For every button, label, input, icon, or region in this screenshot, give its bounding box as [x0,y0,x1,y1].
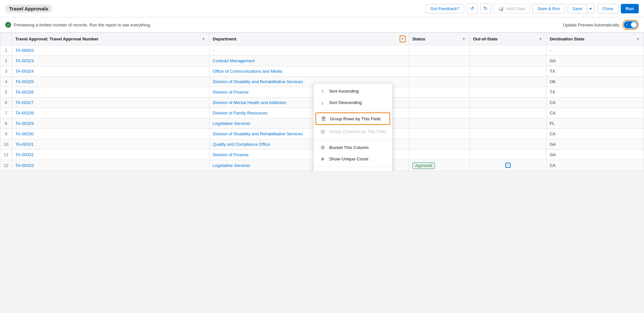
dropdown-divider [314,139,392,140]
update-preview-toggle[interactable]: ✓ [624,21,637,28]
cell-travel-number: TA-00325 [12,77,209,87]
cell-status [409,66,469,77]
save-button[interactable]: Save [568,4,587,13]
col-label-travel-number: Travel Approval: Travel Approval Number [15,37,99,41]
travel-number-link[interactable]: TA-00326 [15,90,34,95]
table-header-row: Travel Approval: Travel Approval Number … [0,33,644,45]
cell-out-of-state [469,66,546,77]
undo-button[interactable]: ↺ [467,3,478,14]
redo-button[interactable]: ↻ [480,3,491,14]
top-bar: Travel Approvals Got Feedback? ↺ ↻ 📊 Add… [0,0,644,17]
cell-status [409,129,469,139]
dropdown-item-bucket[interactable]: ⊙Bucket This Column [314,142,392,153]
cell-out-of-state [469,87,546,97]
travel-number-link[interactable]: TA-00330 [15,131,34,136]
department-link[interactable]: Division of Finance [213,90,249,95]
col-dropdown-department[interactable]: ▾ [400,36,406,42]
department-link[interactable]: Legislative Services [213,121,250,126]
run-button[interactable]: Run [621,4,639,13]
toggle-knob [631,22,637,28]
sort_desc-icon: ↓ [319,100,326,105]
row-num: 5 [0,87,12,97]
col-label-department: Department [213,37,236,41]
cell-travel-number: TA-00323 [12,56,209,66]
travel-number-link[interactable]: TA-00332 [15,152,34,157]
department-link[interactable]: Office of Communications and Media [213,69,282,74]
row-num: 12 [0,160,12,171]
dropdown-item-move_left[interactable]: ←Move Left [314,169,392,171]
feedback-button[interactable]: Got Feedback? [425,4,464,13]
cell-status [409,139,469,150]
dropdown-item-group_rows[interactable]: ☰Group Rows by This Field [315,112,390,125]
department-link[interactable]: Division of Mental Health and Addiction [213,100,286,105]
row-num: 3 [0,66,12,77]
save-caret-button[interactable]: ▾ [587,4,595,13]
update-preview-area: Update Preview Automatically ✓ [563,20,639,30]
department-link[interactable]: Division of Family Resources [213,111,268,115]
row-num: 9 [0,129,12,139]
col-dropdown-destination-state[interactable]: ▾ [636,36,640,42]
travel-number-link[interactable]: TA-00323 [15,58,34,63]
cell-destination-state: - [546,45,644,56]
travel-number-link[interactable]: TA-00327 [15,100,34,105]
cell-destination-state: GA [546,150,644,160]
cell-out-of-state [469,97,546,108]
add-chart-button[interactable]: 📊 Add Chart [494,4,530,13]
col-dropdown-out-of-state[interactable]: ▾ [538,36,543,42]
preview-banner: ✓ Previewing a limited number of records… [0,17,644,33]
group_rows-label: Group Rows by This Field [330,116,380,121]
travel-number-link[interactable]: TA-00325 [15,79,34,84]
travel-number-link[interactable]: TA-00331 [15,142,34,147]
preview-message: Previewing a limited number of records. … [14,22,151,27]
col-header-status: Status ▾ [409,33,469,45]
col-header-department: Department ▾ [209,33,409,45]
col-header-destination-state: Destination State ▾ [546,33,644,45]
out-of-state-checkbox[interactable]: ✓ [505,163,511,168]
dropdown-item-sort_desc[interactable]: ↓Sort Descending [314,97,392,108]
cell-destination-state: FL [546,118,644,129]
row-num: 6 [0,97,12,108]
update-preview-label: Update Preview Automatically [563,22,619,27]
success-icon: ✓ [5,22,11,28]
cell-out-of-state [469,139,546,150]
cell-destination-state: TX [546,87,644,97]
travel-number-link[interactable]: TA-00333 [15,163,34,168]
cell-travel-number: TA-00329 [12,118,209,129]
chart-icon: 📊 [498,6,504,11]
sort_asc-label: Sort Ascending [329,89,359,94]
col-header-row-num [0,33,12,45]
department-link[interactable]: Legislative Services [213,163,250,168]
row-num: 2 [0,56,12,66]
department-link[interactable]: Division of Disability and Rehabilitativ… [213,79,303,84]
cell-travel-number: TA-00331 [12,139,209,150]
bucket-label: Bucket This Column [329,145,369,150]
dropdown-divider [314,110,392,111]
col-dropdown-status[interactable]: ▾ [462,36,466,42]
close-button[interactable]: Close [597,4,618,13]
cell-status [409,77,469,87]
col-label-destination-state: Destination State [550,37,584,41]
cell-status [409,56,469,66]
department-link[interactable]: Quality and Compliance Office [213,142,270,147]
row-num: 7 [0,108,12,118]
department-link[interactable]: Division of Finance [213,152,249,157]
department-link[interactable]: Division of Disability and Rehabilitativ… [213,131,303,136]
department-link[interactable]: Contract Management [213,58,255,63]
cell-destination-state: OK [546,77,644,87]
column-dropdown-menu: ↑Sort Ascending↓Sort Descending☰Group Ro… [313,83,392,171]
save-run-button[interactable]: Save & Run [532,4,565,13]
app-title: Travel Approvals [5,5,52,13]
travel-number-link[interactable]: TA-00003 [15,48,34,53]
dropdown-item-unique_count[interactable]: #Show Unique Count [314,153,392,165]
cell-travel-number: TA-00328 [12,108,209,118]
travel-number-link[interactable]: TA-00328 [15,111,34,115]
col-dropdown-travel-number[interactable]: ▾ [201,36,206,42]
preview-message-area: ✓ Previewing a limited number of records… [5,22,151,28]
cell-department: - [209,45,409,56]
dropdown-item-sort_asc[interactable]: ↑Sort Ascending [314,85,392,97]
status-badge: Approved [412,162,435,169]
travel-number-link[interactable]: TA-00324 [15,69,34,74]
col-header-out-of-state: Out-of-State ▾ [469,33,546,45]
cell-department: Contract Management [209,56,409,66]
travel-number-link[interactable]: TA-00329 [15,121,34,126]
